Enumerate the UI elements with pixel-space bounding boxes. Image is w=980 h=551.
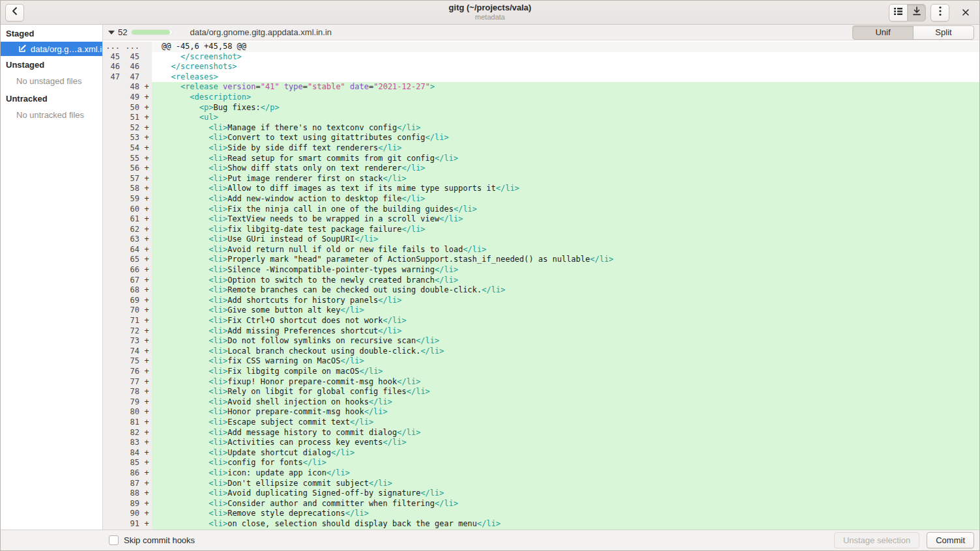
diff-line[interactable]: 50+ <p>Bug fixes:</p> — [103, 103, 979, 113]
diff-line-content: <li>Honor prepare-commit-msg hook</li> — [152, 407, 979, 417]
diff-line[interactable]: 78+ <li>Rely on libgit for global config… — [103, 387, 979, 397]
diff-line-content: <li>Side by side diff text renderers</li… — [152, 143, 979, 154]
header-bar: gitg (~/projects/vala) metadata — [1, 1, 979, 25]
diff-filename: data/org.gnome.gitg.appdata.xml.in.in — [190, 27, 332, 37]
diff-line[interactable]: 79+ <li>Avoid shell injection on hooks</… — [103, 397, 979, 408]
diff-line[interactable]: 4747 <releases> — [103, 72, 979, 83]
diff-line[interactable]: 59+ <li>Add new-window action to desktop… — [103, 194, 979, 205]
diff-line-content: <li>Silence -Wincompatible-pointer-types… — [152, 265, 979, 276]
diff-line-content: <li>Consider author and committer when f… — [152, 499, 979, 509]
split-view-button[interactable]: Split — [913, 25, 974, 40]
diff-line-content: <li>Use GUri instead of SoupURI</li> — [152, 234, 979, 245]
diff-line[interactable]: 69+ <li>Add shortcuts for history panels… — [103, 296, 979, 306]
diff-line[interactable]: 91+ <li>on close, selection should displ… — [103, 519, 979, 530]
diff-line[interactable]: 70+ <li>Give some button alt key</li> — [103, 305, 979, 316]
view-switcher-group — [889, 4, 926, 21]
diff-line[interactable]: 72+ <li>Add missing Preferences shortcut… — [103, 326, 979, 337]
unstaged-empty-label: No unstaged files — [1, 73, 102, 90]
diff-line-content: <li>Show diff stats only on text rendere… — [152, 163, 979, 174]
back-button[interactable] — [5, 4, 24, 21]
diff-line[interactable]: 4545 </screenshot> — [103, 52, 979, 63]
diff-line[interactable]: 71+ <li>Fix Ctrl+O shortcut does not wor… — [103, 316, 979, 326]
diff-line[interactable]: 52+ <li>Manage if there's no textconv co… — [103, 123, 979, 134]
skip-commit-hooks-checkbox[interactable] — [109, 535, 119, 545]
diff-body[interactable]: ......@@ -45,6 +45,58 @@4545 </screensho… — [103, 40, 979, 530]
diff-line-content: @@ -45,6 +45,58 @@ — [152, 42, 979, 52]
diff-line-content: <li>config for fonts</li> — [152, 458, 979, 468]
stage-progress-bar — [131, 29, 173, 35]
window-close-button[interactable] — [958, 4, 973, 21]
diff-line-content: <li>Update shortcut dialog</li> — [152, 448, 979, 459]
diff-line[interactable]: 64+ <li>Avoid return null if old or new … — [103, 245, 979, 255]
diff-line[interactable]: 84+ <li>Update shortcut dialog</li> — [103, 448, 979, 459]
diff-line[interactable]: 4646 </screenshots> — [103, 62, 979, 72]
diff-line-content: <li>Add new-window action to desktop fil… — [152, 194, 979, 205]
commit-view-button[interactable] — [907, 4, 926, 21]
diff-line-content: <li>TextView needs to be wrapped in a sc… — [152, 214, 979, 225]
sidebar-section-unstaged: Unstaged — [1, 56, 102, 73]
diff-line[interactable]: 73+ <li>Do not follow symlinks on recurs… — [103, 336, 979, 346]
diff-line-content: <li>Properly mark "head" parameter of Ac… — [152, 255, 979, 265]
diff-line[interactable]: 80+ <li>Honor prepare-commit-msg hook</l… — [103, 407, 979, 417]
diff-line[interactable]: 63+ <li>Use GUri instead of SoupURI</li> — [103, 234, 979, 245]
diff-line-content: <release version="41" type="stable" date… — [152, 82, 979, 92]
diff-line[interactable]: 83+ <li>Activities can process key event… — [103, 438, 979, 448]
gitg-window: gitg (~/projects/vala) metadata — [0, 0, 980, 551]
diff-line[interactable]: 55+ <li>Read setup for smart commits fro… — [103, 154, 979, 164]
diff-line[interactable]: 51+ <ul> — [103, 113, 979, 123]
diff-line-content: <li>Give some button alt key</li> — [152, 305, 979, 316]
diff-line-content: <li>fixup! Honor prepare-commit-msg hook… — [152, 377, 979, 388]
diff-line[interactable]: 82+ <li>Add message history to commit di… — [103, 428, 979, 438]
staged-file-item[interactable]: data/org.g…a.xml.in.in — [1, 42, 102, 56]
diff-lines: ......@@ -45,6 +45,58 @@4545 </screensho… — [103, 42, 979, 530]
diff-line-content: <li>Remove style deprecations</li> — [152, 509, 979, 519]
diff-line-content: <description> — [152, 92, 979, 103]
unstage-selection-button[interactable]: Unstage selection — [834, 532, 919, 548]
commit-view-icon — [912, 7, 921, 18]
diff-line[interactable]: 86+ <li>icon: update app icon</li> — [103, 468, 979, 479]
back-icon — [10, 7, 20, 18]
diff-line[interactable]: 75+ <li>fix CSS warning on MacOS</li> — [103, 356, 979, 367]
diff-line-content: <li>Avoid shell injection on hooks</li> — [152, 397, 979, 408]
diff-line[interactable]: 60+ <li>Fix the ninja call in one of the… — [103, 205, 979, 215]
diff-line[interactable]: 85+ <li>config for fonts</li> — [103, 458, 979, 468]
diff-line[interactable]: 66+ <li>Silence -Wincompatible-pointer-t… — [103, 265, 979, 276]
diff-line-content: <li>icon: update app icon</li> — [152, 468, 979, 479]
list-view-icon — [893, 7, 903, 18]
menu-button[interactable] — [930, 4, 949, 21]
diff-line[interactable]: ......@@ -45,6 +45,58 @@ — [103, 42, 979, 52]
diff-line[interactable]: 65+ <li>Properly mark "head" parameter o… — [103, 255, 979, 265]
diff-line[interactable]: 76+ <li>Fix libgitg compile on macOS</li… — [103, 367, 979, 377]
diff-line[interactable]: 56+ <li>Show diff stats only on text ren… — [103, 163, 979, 174]
diff-line[interactable]: 68+ <li>Remote branches can be checked o… — [103, 285, 979, 296]
diff-line[interactable]: 58+ <li>Allow to diff images as text if … — [103, 184, 979, 194]
diff-line[interactable]: 53+ <li>Convert to text using gitattribu… — [103, 133, 979, 143]
diff-line[interactable]: 88+ <li>Avoid duplicating Signed-off-by … — [103, 488, 979, 499]
diff-line[interactable]: 89+ <li>Consider author and committer wh… — [103, 499, 979, 509]
diff-line[interactable]: 61+ <li>TextView needs to be wrapped in … — [103, 214, 979, 225]
diff-line[interactable]: 48+ <release version="41" type="stable" … — [103, 82, 979, 92]
diff-line[interactable]: 81+ <li>Escape subject commit text</li> — [103, 417, 979, 428]
diff-line-content: <li>Add missing Preferences shortcut</li… — [152, 326, 979, 337]
diff-line[interactable]: 49+ <description> — [103, 92, 979, 103]
diff-line[interactable]: 90+ <li>Remove style deprecations</li> — [103, 509, 979, 519]
diff-line[interactable]: 62+ <li>fix libgitg-date test package fa… — [103, 225, 979, 235]
diff-line-content: <ul> — [152, 113, 979, 123]
diff-line-content: <li>Fix the ninja call in one of the bui… — [152, 205, 979, 215]
diff-line[interactable]: 77+ <li>fixup! Honor prepare-commit-msg … — [103, 377, 979, 388]
diff-line[interactable]: 67+ <li>Option to switch to the newly cr… — [103, 276, 979, 286]
diff-line-content: <li>Escape subject commit text</li> — [152, 417, 979, 428]
commit-button[interactable]: Commit — [927, 532, 974, 548]
diff-line[interactable]: 87+ <li>Don't ellipsize commit subject</… — [103, 479, 979, 489]
diff-line[interactable]: 57+ <li>Put image renderer first on stac… — [103, 174, 979, 184]
diff-line-content: <li>Do not follow symlinks on recursive … — [152, 336, 979, 346]
staged-file-label: data/org.g…a.xml.in.in — [31, 44, 103, 54]
diff-line-content: <li>fix libgitg-date test package failur… — [152, 225, 979, 235]
window-subtitle: metadata — [1, 13, 979, 21]
diff-line[interactable]: 54+ <li>Side by side diff text renderers… — [103, 143, 979, 154]
list-view-button[interactable] — [889, 4, 908, 21]
unified-view-button[interactable]: Unif — [852, 25, 914, 40]
expander-icon[interactable] — [108, 31, 115, 35]
diff-line[interactable]: 74+ <li>Local branch checkout using doub… — [103, 346, 979, 357]
diff-line-content: <li>Fix Ctrl+O shortcut does not work</l… — [152, 316, 979, 326]
